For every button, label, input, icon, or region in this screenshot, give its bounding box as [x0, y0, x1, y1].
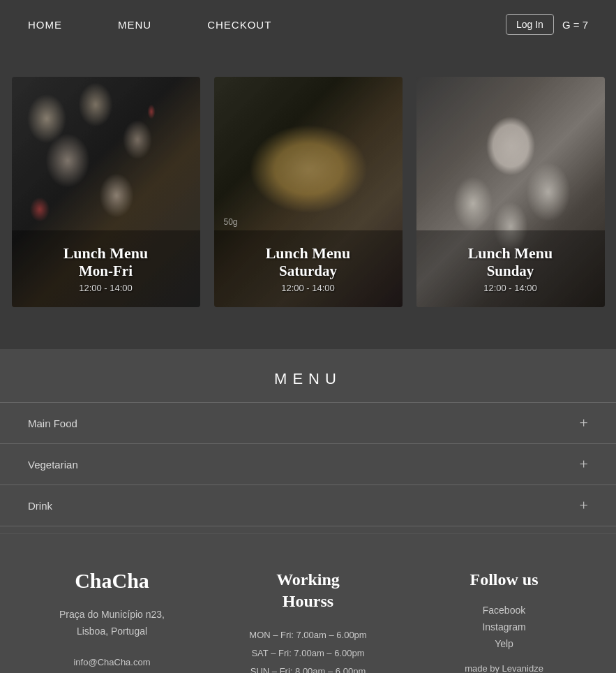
- menu-item-label-vegetarian: Vegetarian: [28, 459, 78, 471]
- card-title-1: Lunch Menu: [23, 244, 189, 262]
- footer-hours-sun: SUN – Fri: 8.00am – 6.00pm: [217, 663, 399, 673]
- card-overlay-2: Lunch Menu Saturday 12:00 - 14:00: [214, 230, 403, 307]
- menu-item-main-food[interactable]: Main Food +: [0, 402, 616, 443]
- card-time-2: 12:00 - 14:00: [225, 283, 391, 293]
- lunch-card-saturday[interactable]: 50g Lunch Menu Saturday 12:00 - 14:00: [214, 77, 403, 307]
- lunch-menu-cards: Lunch Menu Mon-Fri 12:00 - 14:00 50g Lun…: [0, 49, 616, 349]
- footer-hours-title: WorkingHourss: [217, 569, 399, 612]
- card-title-3: Lunch Menu: [428, 244, 594, 262]
- menu-item-drink[interactable]: Drink +: [0, 485, 616, 526]
- lunch-card-sunday[interactable]: Lunch Menu Sunday 12:00 - 14:00: [416, 77, 605, 307]
- footer-contact: info@ChaCha.com 0707174030: [21, 654, 203, 673]
- footer-hours-list: MON – Fri: 7.00am – 6.00pm SAT – Fri: 7.…: [217, 626, 399, 673]
- nav-menu[interactable]: MENU: [118, 19, 151, 31]
- menu-item-vegetarian[interactable]: Vegetarian +: [0, 443, 616, 485]
- card-time-1: 12:00 - 14:00: [23, 283, 189, 293]
- footer-address-line1: Praça do Município n23,: [59, 609, 165, 620]
- lunch-card-mon-fri[interactable]: Lunch Menu Mon-Fri 12:00 - 14:00: [12, 77, 200, 307]
- footer: ChaCha Praça do Município n23, Lisboa, P…: [0, 533, 616, 673]
- footer-hours-mon: MON – Fri: 7.00am – 6.00pm: [217, 626, 399, 644]
- card-overlay-1: Lunch Menu Mon-Fri 12:00 - 14:00: [12, 230, 200, 307]
- menu-section: MENU Main Food + Vegetarian + Drink +: [0, 349, 616, 533]
- footer-email: info@ChaCha.com: [21, 654, 203, 672]
- card-title-2: Lunch Menu: [225, 244, 391, 262]
- menu-expand-icon-vegetarian: +: [580, 457, 588, 472]
- menu-expand-icon-main-food: +: [580, 415, 588, 431]
- card-time-3: 12:00 - 14:00: [428, 283, 594, 293]
- menu-section-title: MENU: [0, 370, 616, 388]
- card-subtitle-3: Sunday: [428, 262, 594, 280]
- footer-social-facebook[interactable]: Facebook: [413, 605, 595, 616]
- nav-checkout[interactable]: CHECKOUT: [207, 19, 271, 31]
- menu-item-label-main-food: Main Food: [28, 417, 77, 429]
- footer-social-instagram[interactable]: Instagram: [413, 621, 595, 633]
- nav-links: HOME MENU CHECKOUT: [28, 19, 271, 31]
- navbar: HOME MENU CHECKOUT Log In G = 7: [0, 0, 616, 49]
- footer-brand-name: ChaCha: [21, 569, 203, 593]
- menu-item-label-drink: Drink: [28, 500, 52, 512]
- card-price: 50g: [224, 217, 238, 227]
- nav-right: Log In G = 7: [506, 14, 588, 35]
- card-subtitle-2: Saturday: [225, 262, 391, 280]
- cart-icon[interactable]: G = 7: [562, 19, 588, 31]
- footer-social-title: Follow us: [413, 569, 595, 591]
- footer-made-by: made by Levanidze: [413, 663, 595, 673]
- footer-address-line2: Lisboa, Portugal: [77, 626, 147, 637]
- login-button[interactable]: Log In: [506, 14, 554, 35]
- footer-col-brand: ChaCha Praça do Município n23, Lisboa, P…: [21, 569, 203, 673]
- card-subtitle-1: Mon-Fri: [23, 262, 189, 280]
- footer-social-yelp[interactable]: Yelp: [413, 638, 595, 649]
- footer-hours-sat: SAT – Fri: 7.00am – 6.00pm: [217, 644, 399, 663]
- nav-home[interactable]: HOME: [28, 19, 62, 31]
- menu-expand-icon-drink: +: [580, 498, 588, 513]
- footer-address: Praça do Município n23, Lisboa, Portugal: [21, 607, 203, 640]
- footer-col-social: Follow us Facebook Instagram Yelp made b…: [413, 569, 595, 673]
- card-overlay-3: Lunch Menu Sunday 12:00 - 14:00: [416, 230, 605, 307]
- footer-col-hours: WorkingHourss MON – Fri: 7.00am – 6.00pm…: [217, 569, 399, 673]
